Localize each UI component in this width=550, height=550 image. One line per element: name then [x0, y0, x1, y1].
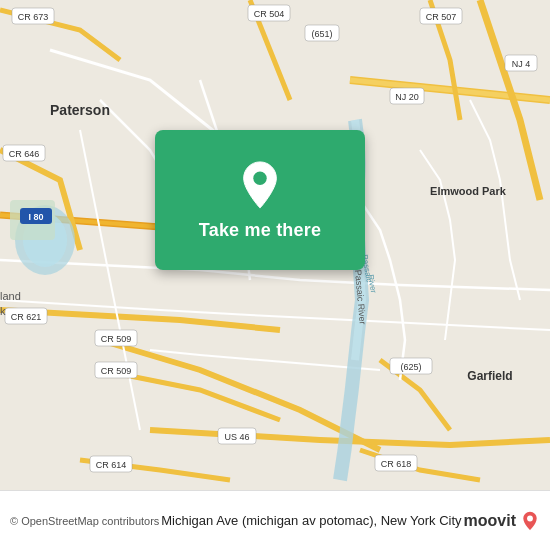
svg-text:CR 507: CR 507	[426, 12, 457, 22]
location-pin-icon	[238, 160, 282, 210]
svg-text:(651): (651)	[311, 29, 332, 39]
svg-text:CR 673: CR 673	[18, 12, 49, 22]
svg-text:(625): (625)	[400, 362, 421, 372]
svg-text:CR 646: CR 646	[9, 149, 40, 159]
map-view: CR 673 CR 504 (651) CR 507 NJ 4 CR 646 N…	[0, 0, 550, 490]
take-me-there-button[interactable]: Take me there	[199, 220, 321, 241]
svg-text:CR 621: CR 621	[11, 312, 42, 322]
svg-text:land: land	[0, 290, 21, 302]
svg-text:Garfield: Garfield	[467, 369, 512, 383]
bottom-bar: © OpenStreetMap contributors Michigan Av…	[0, 490, 550, 550]
svg-text:CR 504: CR 504	[254, 9, 285, 19]
svg-text:Paterson: Paterson	[50, 102, 110, 118]
svg-text:CR 509: CR 509	[101, 334, 132, 344]
svg-point-46	[527, 515, 533, 521]
svg-text:CR 509: CR 509	[101, 366, 132, 376]
svg-point-45	[253, 171, 266, 184]
svg-text:CR 614: CR 614	[96, 460, 127, 470]
location-label: Michigan Ave (michigan av potomac), New …	[159, 513, 463, 528]
svg-text:US 46: US 46	[224, 432, 249, 442]
svg-text:Elmwood Park: Elmwood Park	[430, 185, 507, 197]
moovit-brand-label: moovit	[464, 512, 516, 530]
take-me-there-panel[interactable]: Take me there	[155, 130, 365, 270]
moovit-logo: moovit	[464, 511, 540, 531]
svg-text:NJ 20: NJ 20	[395, 92, 419, 102]
svg-text:NJ 4: NJ 4	[512, 59, 531, 69]
osm-attribution: © OpenStreetMap contributors	[10, 515, 159, 527]
svg-text:k: k	[0, 305, 6, 317]
moovit-pin-icon	[520, 511, 540, 531]
svg-text:I 80: I 80	[28, 212, 43, 222]
svg-text:CR 618: CR 618	[381, 459, 412, 469]
